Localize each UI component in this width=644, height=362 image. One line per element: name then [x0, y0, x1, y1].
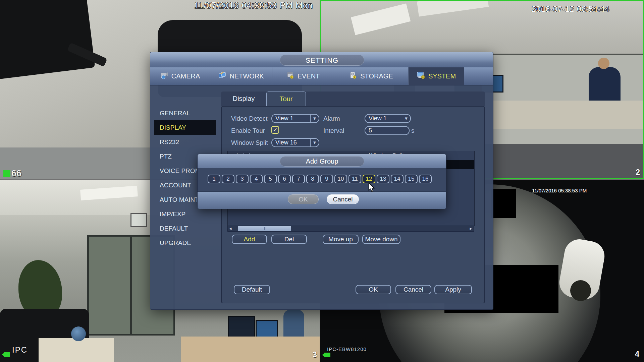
default-button[interactable]: Default — [234, 285, 270, 294]
scrollbar-track[interactable] — [233, 226, 468, 231]
camera-label-icon — [324, 353, 330, 357]
camera1-timestamp: 11/07/2016 04:38:53 PM Mon — [194, 1, 313, 10]
channel-button-9[interactable]: 9 — [320, 175, 333, 183]
tab-event[interactable]: EVENT — [272, 67, 334, 85]
camera2-channel-number: 2 — [636, 168, 640, 177]
camera3-label: IPC — [12, 345, 28, 355]
cancel-button[interactable]: Cancel — [395, 285, 431, 294]
tab-storage[interactable]: STORAGE — [334, 67, 409, 85]
scroll-left-icon[interactable]: ◀ — [228, 226, 233, 231]
interval-input[interactable]: 5 — [365, 126, 410, 135]
tab-label: EVENT — [298, 72, 320, 80]
add-group-cancel-button[interactable]: Cancel — [327, 194, 359, 204]
scene-desk — [181, 337, 320, 362]
del-button[interactable]: Del — [271, 235, 307, 244]
sidebar-item-general[interactable]: GENERAL — [154, 106, 216, 120]
channel-button-3[interactable]: 3 — [236, 175, 249, 183]
add-group-body: 1 2 3 4 5 6 7 8 9 10 11 12 13 14 15 16 — [198, 168, 446, 191]
scene-coffee-table — [39, 338, 114, 362]
window-split-select[interactable]: View 16 ▼ — [271, 138, 319, 147]
camera3-channel-number: 3 — [313, 350, 317, 359]
panel-tab-bar: Display Tour — [221, 92, 485, 106]
chevron-down-icon[interactable]: ▼ — [402, 115, 410, 122]
scene-person-head — [598, 58, 609, 69]
add-group-dialog: Add Group 1 2 3 4 5 6 7 8 9 10 11 12 13 … — [197, 154, 446, 209]
move-down-button[interactable]: Move down — [362, 235, 400, 244]
tab-bar-filler — [464, 67, 493, 85]
channel-button-13[interactable]: 13 — [377, 175, 389, 183]
alarm-label: Alarm — [323, 115, 340, 122]
scene-globe — [71, 326, 86, 341]
alarm-select[interactable]: View 1 ▼ — [365, 114, 411, 123]
enable-tour-checkbox[interactable]: ✓ — [271, 126, 279, 134]
interval-label: Interval — [323, 127, 344, 134]
scene-picture-frame — [130, 213, 147, 227]
channel-button-12-highlighted[interactable]: 12 — [363, 175, 375, 183]
scrollbar-thumb[interactable] — [238, 226, 291, 231]
scene-dome-lens — [570, 280, 591, 301]
add-group-titlebar: Add Group — [198, 154, 446, 168]
scene-door-frame — [130, 235, 132, 336]
tab-network[interactable]: NETWORK — [210, 67, 272, 85]
tab-display[interactable]: Display — [221, 92, 266, 106]
setting-title: SETTING — [280, 55, 364, 66]
enable-tour-label: Enable Tour — [231, 127, 265, 134]
channel-button-1[interactable]: 1 — [208, 175, 220, 183]
storage-icon — [349, 72, 357, 81]
sidebar-item-default[interactable]: DEFAULT — [154, 221, 216, 236]
channel-button-10[interactable]: 10 — [334, 175, 347, 183]
channel-button-6[interactable]: 6 — [278, 175, 291, 183]
chevron-down-icon[interactable]: ▼ — [310, 115, 319, 122]
tab-label: STORAGE — [360, 72, 393, 80]
scroll-right-icon[interactable]: ▶ — [468, 226, 474, 231]
add-group-title: Add Group — [280, 156, 364, 167]
tab-tour[interactable]: Tour — [266, 92, 306, 106]
record-indicator — [3, 170, 10, 177]
setting-tab-bar: CAMERA NETWORK EVENT STORAGE — [150, 67, 493, 85]
scene-monitor-screen — [256, 320, 278, 339]
privacy-mask — [491, 189, 516, 218]
event-icon — [286, 72, 294, 81]
camera1-label: 66 — [11, 168, 21, 179]
sidebar-item-display[interactable]: DISPLAY — [154, 120, 216, 135]
window-split-value: View 16 — [272, 139, 310, 146]
tab-camera[interactable]: CAMERA — [150, 67, 210, 85]
camera4-timestamp: 11/07/2016 05:38:53 PM — [532, 188, 587, 193]
thumb-grip — [263, 227, 263, 230]
channel-button-4[interactable]: 4 — [250, 175, 263, 183]
channel-button-15[interactable]: 15 — [405, 175, 418, 183]
nvr-screen: 11/07/2016 04:38:53 PM Mon 66 2016-07-12… — [0, 0, 644, 362]
channel-button-14[interactable]: 14 — [391, 175, 404, 183]
horizontal-scrollbar[interactable]: ◀ ▶ — [227, 226, 474, 232]
add-button[interactable]: Add — [232, 235, 267, 244]
sidebar-item-rs232[interactable]: RS232 — [154, 135, 216, 149]
channel-button-8[interactable]: 8 — [306, 175, 319, 183]
camera4-channel-number: 4 — [635, 350, 639, 359]
channel-button-11[interactable]: 11 — [348, 175, 361, 183]
video-detect-value: View 1 — [272, 115, 310, 122]
interval-unit: s — [411, 127, 415, 134]
window-split-label: Window Split — [231, 139, 268, 146]
channel-button-7[interactable]: 7 — [292, 175, 305, 183]
scene-monitor — [0, 0, 95, 79]
camera2-timestamp: 2016-07-12 08:54:44 — [532, 5, 610, 14]
ok-button[interactable]: OK — [356, 285, 391, 294]
tab-system[interactable]: SYSTEM — [409, 67, 464, 85]
chevron-down-icon[interactable]: ▼ — [310, 139, 319, 146]
channel-button-5[interactable]: 5 — [264, 175, 277, 183]
channel-number-row: 1 2 3 4 5 6 7 8 9 10 11 12 13 14 15 16 — [208, 175, 432, 183]
video-detect-select[interactable]: View 1 ▼ — [271, 114, 319, 123]
add-group-ok-button[interactable]: OK — [288, 194, 319, 204]
channel-button-16[interactable]: 16 — [419, 175, 432, 183]
camera-label-icon — [4, 352, 10, 357]
sidebar-item-upgrade[interactable]: UPGRADE — [154, 236, 216, 250]
apply-button[interactable]: Apply — [434, 285, 472, 294]
scene-monitor-screen — [228, 316, 255, 339]
network-icon — [218, 72, 226, 81]
move-up-button[interactable]: Move up — [323, 235, 359, 244]
add-group-footer: OK Cancel — [198, 191, 446, 209]
interval-value: 5 — [365, 127, 409, 134]
alarm-value: View 1 — [365, 115, 402, 122]
channel-button-2[interactable]: 2 — [222, 175, 234, 183]
scene-ceiling-light — [351, 3, 411, 35]
